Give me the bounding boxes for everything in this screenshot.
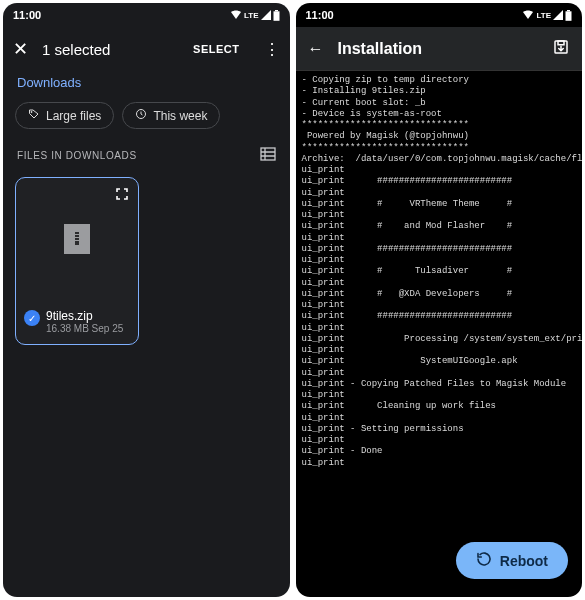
signal-icon: [553, 10, 563, 20]
chip-large-files[interactable]: Large files: [15, 102, 114, 129]
selection-toolbar: ✕ 1 selected SELECT ⋮: [3, 27, 290, 71]
section-header: FILES IN DOWNLOADS: [3, 139, 290, 171]
chip-label: Large files: [46, 109, 101, 123]
status-icons: LTE: [230, 10, 280, 21]
filter-chips: Large files This week: [3, 98, 290, 139]
wifi-icon: [522, 10, 534, 20]
status-bar: 11:00 LTE: [3, 3, 290, 27]
chip-this-week[interactable]: This week: [122, 102, 220, 129]
lte-label: LTE: [536, 11, 551, 20]
file-name: 9tiles.zip: [46, 309, 123, 323]
list-view-icon[interactable]: [260, 147, 276, 163]
reboot-label: Reboot: [500, 553, 548, 569]
overflow-menu-icon[interactable]: ⋮: [254, 40, 280, 59]
status-time: 11:00: [306, 9, 334, 21]
status-icons: LTE: [522, 10, 572, 21]
signal-icon: [261, 10, 271, 20]
save-log-icon[interactable]: [552, 38, 570, 59]
svg-rect-1: [273, 11, 279, 20]
checkmark-icon[interactable]: ✓: [24, 310, 40, 326]
file-picker-screen: 11:00 LTE ✕ 1 selected SELECT ⋮ Download…: [3, 3, 290, 597]
installation-screen: 11:00 LTE ← Installation - Copying zip t…: [296, 3, 583, 597]
section-title: FILES IN DOWNLOADS: [17, 150, 137, 161]
back-arrow-icon[interactable]: ←: [308, 40, 324, 58]
chip-label: This week: [153, 109, 207, 123]
clock-icon: [135, 108, 147, 123]
status-bar: 11:00 LTE: [296, 3, 583, 27]
svg-rect-8: [75, 232, 79, 234]
reboot-button[interactable]: Reboot: [456, 542, 568, 579]
reboot-fab-wrap: Reboot: [456, 542, 568, 579]
svg-point-2: [31, 111, 32, 112]
file-meta: 16.38 MB Sep 25: [46, 323, 123, 334]
svg-rect-10: [75, 238, 79, 240]
status-time: 11:00: [13, 9, 41, 21]
close-icon[interactable]: ✕: [13, 38, 28, 60]
battery-icon: [565, 10, 572, 21]
svg-rect-0: [275, 10, 278, 11]
install-log: - Copying zip to temp directory - Instal…: [296, 71, 583, 597]
svg-rect-15: [558, 41, 564, 45]
zip-file-icon: [64, 224, 90, 254]
breadcrumb[interactable]: Downloads: [3, 71, 290, 98]
lte-label: LTE: [244, 11, 259, 20]
svg-rect-9: [75, 235, 79, 237]
restart-icon: [476, 551, 492, 570]
selection-title: 1 selected: [42, 41, 179, 58]
fullscreen-icon[interactable]: [116, 188, 128, 203]
svg-rect-11: [75, 241, 79, 245]
app-toolbar: ← Installation: [296, 27, 583, 71]
battery-icon: [273, 10, 280, 21]
file-footer: ✓ 9tiles.zip 16.38 MB Sep 25: [16, 301, 138, 344]
file-card[interactable]: ✓ 9tiles.zip 16.38 MB Sep 25: [15, 177, 139, 345]
svg-rect-4: [261, 148, 275, 160]
select-all-button[interactable]: SELECT: [193, 43, 239, 55]
tag-icon: [28, 108, 40, 123]
svg-rect-13: [566, 11, 572, 20]
svg-rect-12: [567, 10, 570, 11]
page-title: Installation: [338, 40, 539, 58]
wifi-icon: [230, 10, 242, 20]
